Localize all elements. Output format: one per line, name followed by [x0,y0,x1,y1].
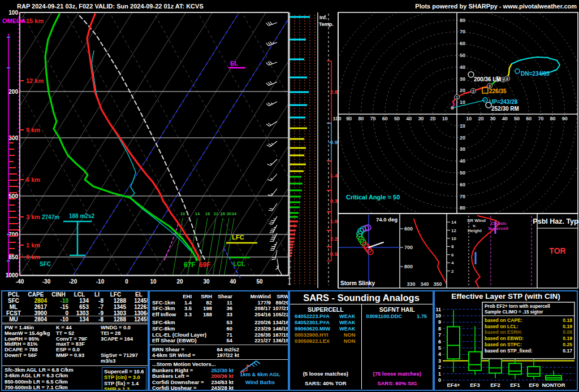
parcel-table: PCLCAPECINHLCLLILFCELSFC2804-10134-81288… [2,291,148,323]
svg-text:9: 9 [438,319,441,325]
dewpoint-curve [45,14,197,260]
svg-text:18: 18 [205,211,210,216]
svg-text:6: 6 [451,252,454,258]
sars-hail-result: SARS: 60% SIG [362,380,433,386]
svg-text:based on CAPE:: based on CAPE: [485,317,522,323]
svg-text:30: 30 [460,76,465,82]
temperature-curve [87,14,200,260]
lapse-rates: Sfc-3km AGL LR = 6.8 C/km3-6km AGL LR = … [2,367,102,391]
svg-text:1000: 1000 [6,272,19,278]
svg-text:6: 6 [506,77,508,81]
svg-text:700: 700 [404,245,413,250]
svg-text:200/36 LM: 200/36 LM [474,76,501,82]
svg-text:10: 10 [451,236,456,241]
brn-shear-row: BRN Shear = 64 m2/s2 [150,346,288,352]
svg-text:70: 70 [460,29,465,34]
sr-wind-label: 4-6km SR Wind = [152,352,195,358]
svg-text:NONTOR: NONTOR [542,382,565,388]
svg-text:14: 14 [451,220,456,225]
barb-caption-line1: 1km & 6km AGL [229,371,289,377]
stp-boxplot-panel: Effective Layer STP (with CIN) 012345678… [434,290,578,391]
svg-text:6 km: 6 km [26,176,40,183]
svg-text:-30: -30 [42,278,51,285]
svg-text:40: 40 [230,278,236,285]
svg-text:340: 340 [420,281,429,287]
svg-text:60: 60 [382,116,388,121]
svg-text:EF3: EF3 [470,382,479,388]
svg-text:12: 12 [451,228,456,233]
svg-text:350: 350 [433,281,442,287]
svg-text:10: 10 [180,211,185,216]
svg-text:SR Wind: SR Wind [467,218,486,223]
svg-text:3 km: 3 km [26,214,40,220]
svg-text:252/30 RM: 252/30 RM [491,106,519,112]
svg-text:2747m: 2747m [42,214,59,220]
stp-boxplot: 01234567891011EF4+EF3EF2EF1EF0NONTORProb… [435,301,577,389]
thermo-col-3: WNDG = 0.0TEI = 283CAPE = 164 SigSvr = 7… [98,325,148,364]
svg-text:30: 30 [490,116,496,121]
thermo-col-2: K = 44TT = 52ConvT = 79FmaxT = 83FESP = … [54,325,98,364]
svg-text:330: 330 [407,281,415,287]
svg-text:90: 90 [346,116,352,121]
svg-text:1 km: 1 km [26,242,40,249]
hodograph: 1009080706050403020101020304050607080908… [325,0,579,243]
svg-text:40: 40 [460,64,465,70]
svg-text:226/35: 226/35 [489,88,507,94]
sars-hail-matches: (75 loose matches) [362,371,433,377]
svg-text:0.17: 0.17 [563,348,572,354]
inset-panels: 74.0 degStorm Slinky60070080033034035024… [338,214,579,288]
svg-text:300: 300 [8,135,18,141]
svg-text:2: 2 [451,269,454,274]
svg-text:40: 40 [406,116,412,121]
svg-text:0.25: 0.25 [563,342,572,347]
svg-text:10: 10 [460,123,465,129]
svg-text:15 km: 15 km [26,18,44,24]
svg-text:Classic: Classic [491,221,507,226]
sharppy-sounding-page: { "header": { "left": "RAP 2024-09-21 03… [0,0,579,392]
svg-text:30: 30 [203,278,210,285]
svg-text:30: 30 [418,116,424,121]
svg-text:TOR: TOR [549,246,565,255]
sars-match-row: 04052223.P#AWEAK [290,313,361,320]
stp-title: Effective Layer STP (with CIN) [435,291,577,301]
svg-text:based on ESRH:: based on ESRH: [485,329,522,335]
svg-text:2.2: 2.2 [330,236,338,242]
svg-text:7: 7 [438,332,441,338]
svg-text:5: 5 [438,345,441,351]
svg-text:based on STP_fixed:: based on STP_fixed: [485,348,533,354]
svg-text:4: 4 [438,351,441,357]
sars-match-row: 00032900.HYINON [290,332,361,338]
kinematics-table: EHISRHShearMnWindSRWSFC-1km1.48211177/98… [150,293,288,343]
svg-text:based on EBWD:: based on EBWD: [485,336,524,341]
svg-text:5: 5 [502,78,504,82]
svg-text:6: 6 [438,339,441,345]
svg-text:Prob EF2+ torn with supercell: Prob EF2+ torn with supercell [485,304,550,309]
svg-text:12 km: 12 km [26,77,44,84]
svg-text:Psbl Haz. Type: Psbl Haz. Type [533,217,579,225]
thermodynamics-panel: PCLCAPECINHLCLLILFCELSFC2804-10134-81288… [1,290,149,391]
svg-text:0.08: 0.08 [563,329,572,335]
svg-text:188 m2s2: 188 m2s2 [69,213,94,219]
sars-match-row: 04052301.P#AWEAK [290,320,361,326]
sars-hail-column: SGFNT HAIL 03091100.DDC1.75 (75 loose ma… [361,304,433,389]
parcel-table-header: PCLCAPECINHLCLLILFCEL [2,291,148,298]
brn-shear-value: 64 m2/s2 [204,346,239,352]
svg-text:based on LCL:: based on LCL: [485,324,518,329]
svg-text:Sample CLIMO = .15 sigtor: Sample CLIMO = .15 sigtor [485,310,543,315]
svg-text:-0.9: -0.9 [329,139,338,145]
svg-text:0 km: 0 km [26,254,40,260]
svg-text:800: 800 [404,264,413,269]
svg-text:Supercell: Supercell [488,226,508,231]
svg-text:Height: Height [468,228,482,233]
svg-text:60: 60 [460,41,465,46]
svg-text:1.0: 1.0 [330,218,338,224]
svg-text:EF0: EF0 [529,382,538,388]
thermo-col-1: PW = 1.46inMeanW = 15.4g/kgLowRH = 95%Mi… [2,325,54,364]
svg-text:30: 30 [460,146,465,152]
svg-text:22: 22 [214,211,218,216]
moisture-advection-strips: Inf.Temp.2.8-0.91.40.31.02.20.5 [288,12,338,288]
sr-wind-value: 197/22 kt [204,352,239,358]
svg-text:10: 10 [150,278,157,285]
kin-row: SFC-6km53220/26134/16 [150,319,288,325]
sars-supercell-matches: (5 loose matches) [290,371,361,377]
